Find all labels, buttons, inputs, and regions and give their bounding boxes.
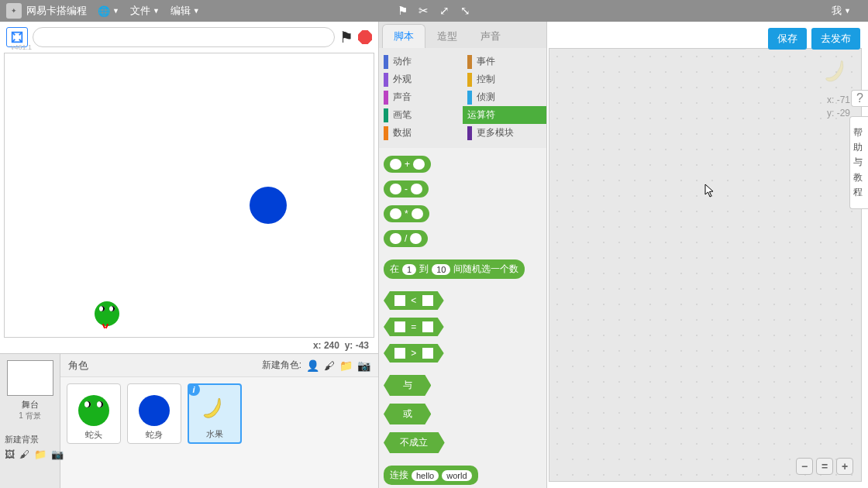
block-div[interactable]: / [384, 230, 428, 247]
category-事件[interactable]: 事件 [463, 53, 546, 70]
backdrop-library-icon[interactable]: 🖼 [5, 448, 15, 460]
block-sub[interactable]: - [384, 180, 429, 198]
green-flag-icon[interactable]: ⚑ [339, 28, 353, 46]
banana-icon [199, 394, 227, 422]
tab-sounds[interactable]: 声音 [469, 24, 512, 48]
logo-icon: ✦ [6, 3, 22, 19]
zoom-reset-icon[interactable]: = [816, 458, 833, 475]
project-title-input[interactable] [33, 27, 335, 47]
backdrop-upload-icon[interactable]: 📁 [34, 448, 46, 460]
sprite-camera-icon[interactable]: 📷 [357, 359, 370, 372]
help-handle-icon[interactable]: ? [851, 90, 868, 107]
edit-menu[interactable]: 编辑▼ [170, 4, 200, 18]
category-grid: 动作外观声音画笔数据 事件控制侦测运算符更多模块 [379, 48, 546, 148]
sprites-header: 角色 [68, 359, 88, 373]
tab-scripts[interactable]: 脚本 [382, 24, 425, 48]
sprite-paint-icon[interactable]: 🖌 [324, 359, 335, 372]
block-eq[interactable]: = [384, 318, 444, 336]
backdrop-label: 舞台 [22, 399, 39, 411]
sprite-library-icon[interactable]: 👤 [306, 359, 319, 372]
stage[interactable] [4, 53, 374, 338]
block-add[interactable]: + [384, 156, 431, 173]
sprite-item-fruit[interactable]: i 水果 [188, 383, 242, 444]
stage-coordinates: x: 240 y: -43 [0, 338, 378, 353]
stamp-icon[interactable]: ⚑ [398, 4, 408, 18]
sprite-upload-icon[interactable]: 📁 [339, 359, 353, 372]
block-mul[interactable]: * [384, 205, 429, 222]
cursor-icon [704, 184, 715, 201]
category-控制[interactable]: 控制 [463, 70, 546, 88]
category-侦测[interactable]: 侦测 [463, 88, 546, 106]
brand-label: 网易卡搭编程 [26, 4, 87, 18]
stop-icon[interactable] [358, 30, 372, 44]
toolbar-tools: ⚑ ✂ ⤢ ⤡ [398, 4, 470, 18]
publish-button[interactable]: 去发布 [811, 28, 860, 50]
scissors-icon[interactable]: ✂ [418, 4, 429, 18]
backdrop-thumbnail[interactable] [7, 360, 53, 396]
block-and[interactable]: 与 [384, 375, 431, 396]
version-label: v461.1 [11, 43, 32, 51]
block-not[interactable]: 不成立 [384, 432, 445, 453]
category-声音[interactable]: 声音 [379, 88, 463, 106]
grow-icon[interactable]: ⤢ [439, 4, 450, 18]
zoom-out-icon[interactable]: − [796, 458, 813, 475]
block-lt[interactable]: < [384, 291, 444, 310]
block-random[interactable]: 在1到10间随机选一个数 [384, 259, 525, 279]
help-tab[interactable]: 帮助与教程 [849, 116, 868, 209]
category-外观[interactable]: 外观 [379, 70, 463, 88]
category-运算符[interactable]: 运算符 [463, 106, 546, 124]
workspace-coords: x: -71 y: -29 [827, 94, 850, 120]
block-join[interactable]: 连接helloworld [384, 466, 478, 485]
block-or[interactable]: 或 [384, 404, 431, 424]
new-backdrop-label: 新建背景 [0, 434, 39, 445]
sprite-item-snakehead[interactable]: 蛇头 [67, 383, 121, 444]
block-gt[interactable]: > [384, 344, 444, 363]
category-动作[interactable]: 动作 [379, 53, 463, 70]
save-button[interactable]: 保存 [768, 28, 807, 50]
new-sprite-label: 新建角色: [262, 359, 301, 372]
user-menu[interactable]: 我▼ [832, 4, 851, 18]
shrink-icon[interactable]: ⤡ [460, 4, 470, 18]
backdrop-paint-icon[interactable]: 🖌 [19, 448, 29, 460]
category-数据[interactable]: 数据 [379, 124, 463, 142]
category-更多模块[interactable]: 更多模块 [463, 124, 546, 142]
block-palette[interactable]: + - * / 在1到10间随机选一个数 < = > 与 或 不成立 连接hel… [379, 148, 546, 488]
stage-sprite-snakehead[interactable] [95, 301, 119, 326]
zoom-in-icon[interactable]: + [836, 458, 853, 475]
globe-menu[interactable]: 🌐▼ [98, 5, 119, 17]
backdrop-count: 1 背景 [19, 411, 40, 421]
sprite-info-icon[interactable]: i [188, 383, 200, 396]
file-menu[interactable]: 文件▼ [130, 4, 160, 18]
backdrop-camera-icon[interactable]: 📷 [51, 448, 64, 460]
sprite-item-snakebody[interactable]: 蛇身 [127, 383, 181, 444]
category-画笔[interactable]: 画笔 [379, 106, 463, 124]
tab-costumes[interactable]: 造型 [425, 24, 469, 48]
script-workspace[interactable]: x: -71 y: -29 − = + [549, 48, 862, 482]
workspace-sprite-icon [821, 57, 850, 86]
top-menu-bar: ✦ 网易卡搭编程 🌐▼ 文件▼ 编辑▼ ⚑ ✂ ⤢ ⤡ 我▼ [0, 0, 868, 22]
stage-sprite-ball[interactable] [250, 187, 287, 224]
